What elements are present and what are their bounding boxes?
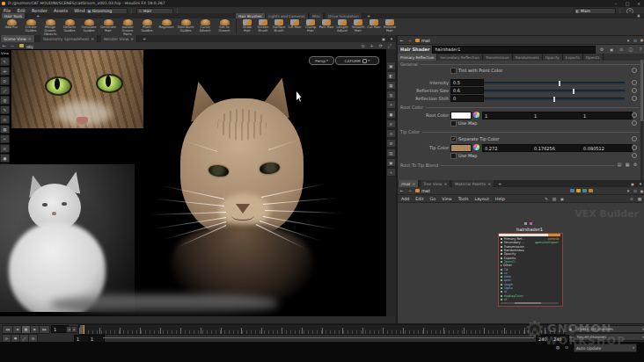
param-menu-dot[interactable] <box>632 96 637 101</box>
tab-tree-view[interactable]: Tree View× <box>421 180 450 187</box>
close-icon[interactable]: × <box>130 37 134 41</box>
display-wire-icon[interactable]: ▦ <box>386 81 396 90</box>
frame-step-fwd-icon[interactable]: ▶ <box>71 326 77 333</box>
display-gear-icon[interactable]: ⚙ <box>386 139 396 148</box>
shelf-tool-smooth-hair[interactable]: Smooth Hair <box>350 18 366 35</box>
tab-geometry-spreadsheet[interactable]: Geometry Spreadsheet× <box>40 35 98 42</box>
net-folder-yellow-icon[interactable] <box>576 189 581 192</box>
tint-with-point-color-checkbox[interactable] <box>450 68 457 74</box>
rotate-tool-icon[interactable]: ⟳ <box>0 76 10 85</box>
help-icon[interactable]: ? <box>637 47 644 52</box>
reflection-shift-field[interactable]: 0 <box>450 95 484 102</box>
net-folder-blue-icon[interactable] <box>570 189 574 192</box>
shelf-tool-curve-advect[interactable]: Curve Advect <box>195 18 215 35</box>
intensity-field[interactable]: 0.5 <box>450 79 484 86</box>
display-rows-icon[interactable]: ▤ <box>386 148 396 157</box>
param-menu-dot[interactable] <box>632 112 637 118</box>
display-camera-icon[interactable]: ⊙ <box>386 129 396 138</box>
net-menu-view[interactable]: View <box>442 197 451 201</box>
shelf-tool-simulate-guides[interactable]: Simulate Guides <box>79 18 99 35</box>
tab-opencl[interactable]: OpenCL <box>583 54 604 61</box>
message-bubble-icon[interactable]: ◍ <box>554 344 561 351</box>
pin-icon[interactable]: ⊙ <box>632 187 639 194</box>
net-menu-go[interactable]: Go <box>430 197 436 201</box>
chevron-down-icon[interactable]: ▾ <box>625 187 632 194</box>
cut-tool-icon[interactable]: ✂ <box>0 134 10 143</box>
tab-exports[interactable]: Exports <box>563 54 583 61</box>
display-persp-icon[interactable]: ▣ <box>386 62 396 70</box>
net-menu-help[interactable]: Help <box>495 197 505 201</box>
chevron-down-icon[interactable]: ▾ <box>625 36 632 44</box>
shelf-tool-screen-brush[interactable]: Screen Brush <box>255 18 271 35</box>
root-color-r-field[interactable]: 1 <box>482 112 534 119</box>
shelf-tool-generate-hair[interactable]: Generate Hair <box>99 18 118 35</box>
shelf-tool-set-to-groom[interactable]: Set to Groom <box>215 18 234 35</box>
close-icon[interactable]: × <box>487 182 491 186</box>
key-icon[interactable]: ⊙ <box>567 336 574 339</box>
param-menu-dot[interactable] <box>632 88 637 93</box>
close-icon[interactable]: × <box>444 182 448 186</box>
shelf-tool-extend-hair[interactable]: Extend Hair <box>382 18 398 35</box>
net-box-icon[interactable]: ▣ <box>559 197 566 201</box>
tab-primary-reflection[interactable]: Primary Reflection <box>398 54 437 61</box>
display-grid2-icon[interactable]: ▣ <box>386 158 396 167</box>
search-icon[interactable]: ⊙ <box>563 344 570 351</box>
dot-tool-icon[interactable]: ● <box>0 154 10 163</box>
display-plus-icon[interactable]: + <box>386 168 396 177</box>
shelf-tool-create-guides[interactable]: Create Guides <box>21 18 40 35</box>
shelf-tool-draw-hair[interactable]: Draw Hair <box>239 18 255 35</box>
move-tool-icon[interactable]: ✛ <box>0 67 10 76</box>
param-menu-dot[interactable] <box>632 120 637 126</box>
display-normals-icon[interactable]: ≋ <box>386 119 396 128</box>
range-slider[interactable] <box>103 337 534 338</box>
auto-update-dropdown[interactable]: Auto Update▾ <box>574 344 637 352</box>
close-icon[interactable]: × <box>28 37 32 41</box>
param-menu-dot[interactable] <box>632 153 637 158</box>
param-menu-dot[interactable] <box>632 68 637 73</box>
intensity-slider[interactable] <box>484 82 625 84</box>
reflection-size-slider[interactable] <box>484 90 625 92</box>
root-color-b-field[interactable]: 1 <box>581 112 633 119</box>
info-icon[interactable]: ⓘ <box>627 47 634 52</box>
tip-color-r-field[interactable]: 0.272 <box>482 144 534 152</box>
shelf-tool-add-fur[interactable]: Add Fur <box>2 18 21 35</box>
color-wheel-icon[interactable] <box>473 112 479 118</box>
viewport[interactable]: View ↖ ✛ ⟳ ⤢ ◍ ✎ ⊙ ▦ ✂ ≋ ● + ▣ ◧ ▦ ◍ ☀ ●… <box>0 49 396 316</box>
tab-mat[interactable]: /mat× <box>399 180 419 187</box>
close-icon[interactable]: × <box>412 182 415 186</box>
minimize-icon[interactable]: – <box>611 0 621 7</box>
shelf-tool-length-adjust[interactable]: Length Adjust <box>334 18 350 35</box>
param-path[interactable]: mat <box>421 38 430 43</box>
net-magnifier-icon[interactable]: ⊙ <box>628 197 635 201</box>
split-icon[interactable]: ▣ <box>639 36 644 44</box>
shelf-tool-isolate-groom-parts[interactable]: Isolate Groom Parts <box>118 18 137 35</box>
net-folder-teal-icon[interactable] <box>582 189 587 192</box>
nav-back-icon[interactable]: ← <box>398 38 406 43</box>
brush-tool-icon[interactable]: ✎ <box>0 105 10 114</box>
split-icon[interactable]: ▣ <box>639 187 644 194</box>
refresh-icon[interactable]: ⟳ <box>377 42 384 49</box>
net-menu-add[interactable]: Add <box>401 197 409 201</box>
tab-secondary-reflection[interactable]: Secondary Reflection <box>437 54 482 61</box>
pane-maximize-icon[interactable]: ▣ <box>629 180 636 187</box>
menu-file[interactable]: File <box>4 8 11 13</box>
shelf-tool-deform-guides[interactable]: Deform Guides <box>60 18 79 35</box>
jump-end-button[interactable]: ▶▶ <box>39 325 50 334</box>
shelf-tool-plant-guides[interactable]: Plant Guides <box>137 18 157 35</box>
display-light-icon[interactable]: ☀ <box>386 100 396 109</box>
menu-render[interactable]: Render <box>32 8 48 13</box>
timeline-ruler[interactable] <box>78 324 566 335</box>
net-grid-icon[interactable]: ▦ <box>636 197 643 201</box>
color-wheel-icon[interactable] <box>473 144 479 150</box>
display-shade-icon[interactable]: ◧ <box>386 71 396 80</box>
menu-edit[interactable]: Edit <box>17 8 26 13</box>
snap-tool-icon[interactable]: ⊙ <box>0 115 10 124</box>
frame-icon[interactable]: ▣ <box>608 47 615 52</box>
network-path[interactable]: mat <box>421 188 430 193</box>
grid-tool-icon[interactable]: ▦ <box>0 125 10 134</box>
tip-use-map-checkbox[interactable] <box>450 153 457 159</box>
snap-icon[interactable]: ⊙ <box>359 42 367 49</box>
shelf-tool-clump-hair[interactable]: Clump Hair <box>303 18 318 35</box>
root-color-g-field[interactable]: 1 <box>531 112 583 119</box>
reflection-size-field[interactable]: 0.6 <box>450 87 484 94</box>
